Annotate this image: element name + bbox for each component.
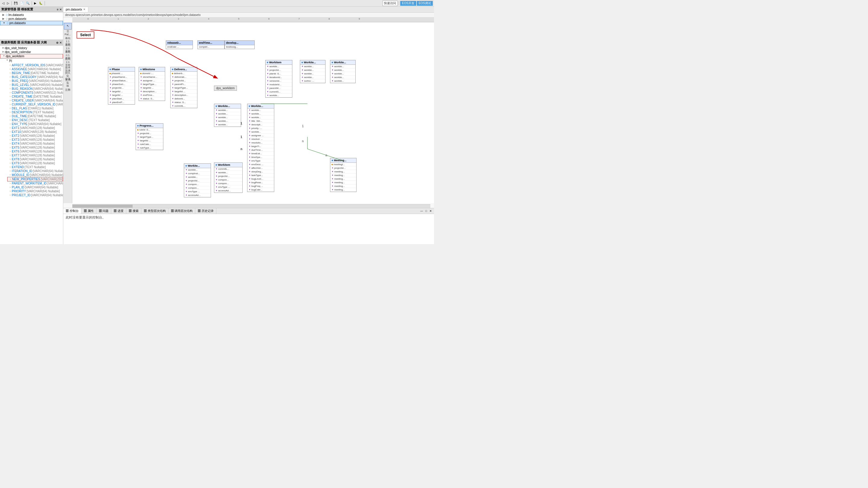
tool-query-entity[interactable]: 查询实体 (64, 80, 72, 87)
col-module[interactable]: › MODULE_ID [VARCHAR(64) Nullable] (7, 173, 63, 177)
tool-bi-one-n[interactable]: 双向1:n关联 (64, 59, 72, 66)
tool-pal[interactable]: ☰ Pal... (64, 30, 72, 36)
entity-phase[interactable]: ■ Phase ■phaseId ... ✦phaseName... ✦phas… (108, 67, 135, 104)
col-create-time[interactable]: › CREATE_TIME [DATETIME Nullable] (7, 95, 63, 98)
col-ext5[interactable]: › EXT5 [VARCHAR(128) Nullable] (7, 146, 63, 150)
wfar-f4: ✦workite... (330, 75, 355, 79)
entity-released[interactable]: releaseD... endDate ... (166, 40, 193, 49)
col-env-desc[interactable]: › ENV_DESC [TEXT Nullable] (7, 118, 63, 122)
col-assignee[interactable]: › ASSIGNEE [VARCHAR(64) Nullable] (7, 67, 63, 71)
minimize-btn[interactable]: — (420, 209, 424, 213)
tree-item-pcm[interactable]: ▶ ◇ pcm.datasetx (0, 17, 63, 21)
db-item-calendar[interactable]: ▶ dps_work_calendar (0, 50, 63, 54)
col-bug-cat[interactable]: › BUG_CATEGORY [VARCHAR(64) Nullable] (7, 75, 63, 79)
col-name-33: PRIORITY (12, 190, 26, 193)
tool-comment[interactable]: 注释 (64, 87, 72, 93)
tree-item-lm[interactable]: ▶ ◇ lm.datasetx (0, 13, 63, 17)
col-ext10[interactable]: › EXT10 [VARCHAR(128) Nullable] (7, 130, 63, 134)
wft-f1: ✦workite... (300, 65, 325, 68)
col-del-flag[interactable]: › DEL_FLAG [CHAR(1) Nullable] (7, 106, 63, 110)
tab-properties[interactable]: ☰ 属性 (82, 208, 96, 214)
close-btn[interactable]: ✕ (429, 209, 433, 213)
col-extend[interactable]: › EXTEND [TEXT Nullable] (7, 165, 63, 169)
entity-develop[interactable]: develop... testAssig... (224, 40, 255, 49)
wr-f22: ✦bugFreq ... (247, 184, 274, 188)
entity-endtime[interactable]: endTime... complet... (197, 40, 224, 49)
wm2-f4: ✦compon... (214, 178, 242, 182)
dps-workitem-label: dps_workitem (214, 86, 237, 91)
col-ext1[interactable]: › EXT1 [VARCHAR(128) Nullable] (7, 126, 63, 130)
maximize-btn[interactable]: □ (425, 209, 428, 213)
entity-milestone[interactable]: ■ Milestone ■stoneId :... ✦stoneName... … (138, 67, 165, 101)
wm-f4: ✦workite... (214, 119, 241, 123)
col-iteration[interactable]: › ITERATION_ID [VARCHAR(64) Nullable] (7, 169, 63, 173)
tab-progress[interactable]: ☰ 进度 (111, 208, 126, 214)
entity-workitem-far-top[interactable]: ■ Workite... ✦workite... ✦workite... ✦wo… (300, 60, 326, 83)
entity-meeting[interactable]: ■ Meeting... ■meetingI... ✦projectId... … (330, 158, 356, 192)
select-button[interactable]: Select (76, 31, 94, 38)
col-bug-reason[interactable]: › BUG_REASON [VARCHAR(64) Nullable] (7, 87, 63, 91)
columns-expand-item[interactable]: ▼ 列 (4, 59, 63, 63)
entity-delivera[interactable]: ■ Delivera... ■deliverb... ✦deliverab...… (170, 67, 197, 108)
col-begin[interactable]: › BEGIN_TIME [DATETIME Nullable] (7, 71, 63, 75)
col-parent[interactable]: › PARENT_WORKITEM_ID [VARCHAR(64) Nullab… (7, 181, 63, 185)
tab-call-hierarchy[interactable]: ☰ 调用层次结构 (168, 208, 195, 214)
col-description[interactable]: › DESCRIPTION [TEXT Nullable] (7, 110, 63, 114)
col-due-time[interactable]: › DUE_TIME [DATETIME Nullable] (7, 114, 63, 118)
toolbar-btn-4[interactable]: 🔍 (25, 1, 30, 5)
entity-workitem-top[interactable]: ■ Workitem ✦workite... ✦projectId... ✦pl… (265, 60, 292, 98)
col-ext4[interactable]: › EXT4 [VARCHAR(128) Nullable] (7, 142, 63, 146)
tool-select[interactable]: ↖ (64, 23, 72, 30)
col-ext8[interactable]: › EXT8 [VARCHAR(128) Nullable] (7, 157, 63, 161)
col-name-9: CREATE_TIME (12, 95, 33, 98)
entity-workitem-mid[interactable]: ■ Workite... ✦workite... ✦workite... ✦wo… (214, 104, 241, 127)
db-item-workitem[interactable]: ▼ dps_workitem (0, 54, 63, 59)
col-affect[interactable]: › AFFECT_VERSION_IDS [VARCHAR(512) Nulla… (7, 63, 63, 67)
col-plan[interactable]: › PLAN_ID [VARCHAR(64) Nullable] (7, 185, 63, 189)
tab-history[interactable]: ☰ 历史记录 (195, 208, 216, 214)
tab-close-icon[interactable]: ✕ (83, 8, 86, 11)
progress-tab-label: ☰ 进度 (114, 209, 124, 213)
toolbar-btn-debug[interactable]: 🐛 (38, 1, 43, 5)
entity-workitem-far[interactable]: ■ Workite... ✦workite... ✦workite... ✦wo… (330, 60, 355, 83)
col-ext2[interactable]: › EXT2 [VARCHAR(128) Nullable] (7, 134, 63, 138)
ruler-mark-5: 5 (238, 18, 239, 20)
pm-datasetx-tab[interactable]: pm.datasetx ✕ (63, 7, 88, 12)
tree-item-pm[interactable]: ▼ ◇ pm.datasetx (0, 21, 63, 25)
tab-type-hierarchy[interactable]: ☰ 类型层次结构 (141, 208, 168, 214)
col-type: [VARCHAR(512) Nullable] (46, 64, 63, 67)
horizontal-scrollbar[interactable] (72, 204, 430, 208)
col-project[interactable]: › PROJECT_ID [VARCHAR(64) Nullable] (7, 193, 63, 197)
col-components[interactable]: › COMPONENTS [VARCHAR(512) Nullable] (7, 91, 63, 95)
tab-search[interactable]: ☰ 搜索 (126, 208, 141, 214)
tab-console[interactable]: ☰ 控制台 (63, 208, 82, 214)
col-ext6[interactable]: › EXT6 [VARCHAR(128) Nullable] (7, 150, 63, 153)
col-env-type[interactable]: › ENV_TYPE [VARCHAR(64) Nullable] (7, 122, 63, 126)
col-bug-freq[interactable]: › BUG_FREQ [VARCHAR(64) Nullable] (7, 79, 63, 83)
entity-workitem-right[interactable]: ■ Workite... ✦workite... ✦workite... ✦wo… (247, 104, 274, 192)
diagram-canvas[interactable]: Select (72, 22, 434, 203)
col-create-user[interactable]: › CREATE_USER [VARCHAR(64) Nullable] (7, 98, 63, 102)
eos-dev-btn[interactable]: EOS开发 (400, 1, 416, 6)
entity-progress[interactable]: ■ Progress... ■ruleId :S... ✦projectId..… (135, 123, 163, 150)
toolbar-btn-2[interactable]: ▷ (6, 1, 10, 5)
col-ext3[interactable]: › EXT3 [VARCHAR(128) Nullable] (7, 138, 63, 142)
toolbar-btn-run[interactable]: ▶ (33, 1, 37, 5)
col-ext9[interactable]: › EXT9 [VARCHAR(128) Nullable] (7, 161, 63, 165)
col-new-prop[interactable]: › NEW_PROPERTIES [VARCHAR(255) Nullable] (7, 177, 63, 181)
toolbar-btn-3[interactable]: 📄 (19, 1, 24, 5)
col-current-self[interactable]: › CURRENT_SELF_VERSION_ID [VARCHAR(64) N… (7, 102, 63, 106)
db-item-visit[interactable]: ▶ dps_visit_history (0, 46, 63, 50)
eos-debug-btn[interactable]: EOS调试 (417, 1, 433, 6)
col-bug-level[interactable]: › BUG_LEVEL [VARCHAR(64) Nullable] (7, 83, 63, 87)
entity-workitem-bot-left[interactable]: ■ Workite... ✦workite... ✦compInst... ✦w… (184, 163, 211, 197)
entity-workitem-mid2[interactable]: ■ Workitem ✦commitL... ✦workite... ✦proj… (214, 162, 243, 193)
h-scroll-thumb[interactable] (72, 205, 133, 208)
col-ext7[interactable]: › EXT7 [VARCHAR(128) Nullable] (7, 153, 63, 157)
col-priority[interactable]: › PRIORITY [VARCHAR(64) Nullable] (7, 189, 63, 193)
tab-issues[interactable]: ☰ 问题 (96, 208, 112, 214)
toolbar-btn-1[interactable]: ◁ (1, 1, 5, 5)
bottom-panel-actions: — □ ✕ (418, 208, 434, 214)
toolbar-btn-save[interactable]: 💾 (13, 1, 19, 5)
quick-access-btn[interactable]: 快速访问 (382, 1, 398, 6)
